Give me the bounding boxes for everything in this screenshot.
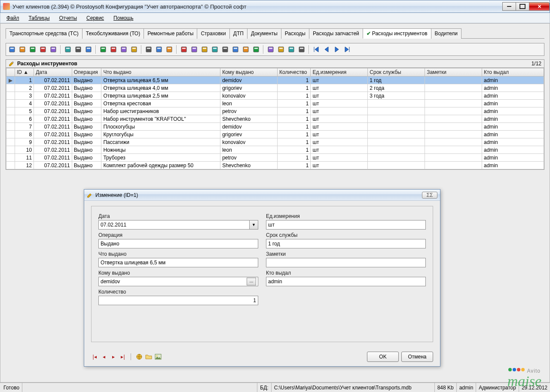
nav-next-button[interactable]: ▸ — [110, 353, 117, 360]
table-row[interactable]: 807.02.2011ВыданоКруглогубцыgrigoriev1шт… — [6, 131, 544, 138]
toolbar-prev-icon[interactable] — [322, 45, 331, 54]
cancel-button[interactable]: Отмена — [401, 352, 433, 362]
toolbar-next-icon[interactable] — [333, 45, 341, 54]
table-row[interactable]: 607.02.2011ВыданоНабор инструментов "KRA… — [6, 115, 544, 123]
tab-0[interactable]: Транспортные средства (ТС) — [6, 28, 82, 39]
toolbar-chart-icon[interactable] — [252, 45, 260, 54]
tab-4[interactable]: ДТП — [229, 28, 248, 39]
table-row[interactable]: 1207.02.2011ВыданоКомплект рабочей одежд… — [6, 162, 544, 169]
toolbar-filter3-icon[interactable] — [84, 45, 93, 54]
toolbar-first-icon[interactable] — [312, 45, 321, 54]
toolbar-filter-icon[interactable] — [64, 45, 72, 54]
svg-rect-21 — [122, 48, 125, 49]
toolbar-refresh-icon[interactable] — [99, 45, 107, 54]
col-header[interactable]: Кому выдано — [220, 68, 278, 77]
toolbar-export5-icon[interactable] — [241, 45, 250, 54]
input-unit[interactable]: шт — [266, 220, 426, 230]
toolbar-delete-icon[interactable] — [39, 45, 47, 54]
input-qty[interactable]: 1 — [98, 296, 258, 305]
toolbar-export1-icon[interactable] — [180, 45, 188, 54]
window-maximize-button[interactable] — [516, 2, 529, 11]
ok-button[interactable]: OK — [367, 352, 399, 362]
table-row[interactable]: 307.02.2011ВыданоОтвертка шлицевая 2,5 м… — [6, 92, 544, 100]
toolbar-excel-icon[interactable] — [211, 45, 219, 54]
table-row[interactable]: 407.02.2011ВыданоОтвертка крестоваяleon1… — [6, 100, 544, 107]
table-row[interactable]: ▶107.02.2011ВыданоОтвертка шлицевая 6,5 … — [6, 77, 544, 84]
input-op[interactable]: Выдано — [98, 239, 258, 248]
tab-5[interactable]: Документы — [247, 28, 281, 39]
toolbar-preview-icon[interactable] — [165, 45, 174, 54]
input-date[interactable]: 07.02.2011▼ — [98, 220, 258, 230]
toolbar-copy-icon[interactable] — [28, 45, 37, 54]
toolbar-form3-icon[interactable] — [287, 45, 296, 54]
tab-6[interactable]: Расходы — [281, 28, 309, 39]
menu-file[interactable]: Файл — [2, 14, 24, 22]
window-close-button[interactable] — [529, 2, 550, 11]
table-row[interactable]: 907.02.2011ВыданоПассатижиkonovalov1штad… — [6, 138, 544, 146]
dialog-titlebar[interactable]: Изменение (ID=1) ΣΣ — [84, 190, 440, 201]
tab-1[interactable]: Техобслуживания (ТО) — [82, 28, 144, 39]
data-grid[interactable]: ID ▲ДатаОперацияЧто выданоКому выданоКол… — [6, 68, 544, 170]
dialog-close-button[interactable]: ΣΣ — [422, 192, 437, 199]
toolbar-edit-icon[interactable] — [18, 45, 27, 54]
svg-rect-3 — [21, 48, 24, 49]
input-life[interactable]: 1 год — [266, 239, 426, 248]
toolbar-new-icon[interactable] — [8, 45, 16, 54]
toolbar-form4-icon[interactable] — [297, 45, 306, 54]
toolbar-sql-icon[interactable] — [130, 45, 138, 54]
toolbar-form2-icon[interactable] — [277, 45, 285, 54]
col-header[interactable]: Кто выдал — [482, 68, 544, 77]
menu-service[interactable]: Сервис — [82, 14, 108, 22]
toolbar-word-icon[interactable] — [200, 45, 209, 54]
col-header[interactable]: Ед.измерения — [311, 68, 368, 77]
tab-9[interactable]: Водители — [431, 28, 461, 39]
col-header[interactable]: Дата — [34, 68, 72, 77]
nav-last-button[interactable]: ▸| — [119, 353, 126, 360]
col-header[interactable]: ID ▲ — [15, 68, 34, 77]
col-header[interactable]: Что выдано — [101, 68, 220, 77]
status-role: Администратор — [476, 383, 519, 392]
date-dropdown-icon[interactable]: ▼ — [249, 220, 258, 229]
toolbar-refresh2-icon[interactable] — [109, 45, 118, 54]
col-header[interactable]: Заметки — [425, 68, 482, 77]
menu-help[interactable]: Помощь — [109, 14, 138, 22]
nav-first-button[interactable]: |◂ — [91, 353, 98, 360]
input-issuer[interactable]: admin — [266, 277, 426, 286]
table-row[interactable]: 207.02.2011ВыданоОтвертка шлицевая 4,0 м… — [6, 84, 544, 92]
toolbar-print-icon[interactable] — [155, 45, 163, 54]
input-to[interactable]: demidov... — [98, 277, 258, 286]
globe-icon[interactable] — [136, 353, 143, 360]
tab-8[interactable]: ✔Расходы инструментов — [363, 28, 431, 39]
col-header[interactable]: Операция — [72, 68, 101, 77]
svg-rect-26 — [156, 47, 162, 52]
ellipsis-button[interactable]: ... — [247, 278, 256, 285]
nav-prev-button[interactable]: ◂ — [101, 353, 107, 360]
table-row[interactable]: 707.02.2011ВыданоПлоскогубцыdemidov1штad… — [6, 123, 544, 131]
table-row[interactable]: 1007.02.2011ВыданоНожницыleon1штadmin — [6, 146, 544, 154]
input-item[interactable]: Отвертка шлицевая 6,5 мм — [98, 258, 258, 267]
folder-icon[interactable] — [145, 353, 152, 360]
picture-icon[interactable] — [155, 353, 162, 360]
tabs: Транспортные средства (ТС)Техобслуживани… — [6, 28, 544, 39]
window-minimize-button[interactable] — [502, 2, 516, 11]
table-row[interactable]: 507.02.2011ВыданоНабор шестигранниковpet… — [6, 107, 544, 115]
toolbar-last-icon[interactable] — [343, 45, 351, 54]
col-header[interactable]: Количество — [278, 68, 311, 77]
toolbar-find-icon[interactable] — [144, 45, 153, 54]
svg-rect-27 — [157, 48, 161, 49]
toolbar-props-icon[interactable] — [49, 45, 58, 54]
col-header[interactable]: Срок службы — [368, 68, 425, 77]
toolbar-export4-icon[interactable] — [231, 45, 240, 54]
toolbar-form1-icon[interactable] — [266, 45, 275, 54]
input-notes[interactable] — [266, 258, 426, 267]
table-row[interactable]: 1107.02.2011ВыданоТруборезpetrov1штadmin — [6, 154, 544, 162]
toolbar-filter2-icon[interactable] — [74, 45, 82, 54]
toolbar-export3-icon[interactable] — [221, 45, 229, 54]
tab-2[interactable]: Ремонтные работы — [144, 28, 197, 39]
toolbar-funnel-icon[interactable] — [119, 45, 128, 54]
menu-reports[interactable]: Отчеты — [55, 14, 81, 22]
tab-3[interactable]: Страховки — [197, 28, 229, 39]
toolbar-export2-icon[interactable] — [190, 45, 199, 54]
tab-7[interactable]: Расходы запчастей — [309, 28, 363, 39]
menu-tables[interactable]: Таблицы — [24, 14, 54, 22]
